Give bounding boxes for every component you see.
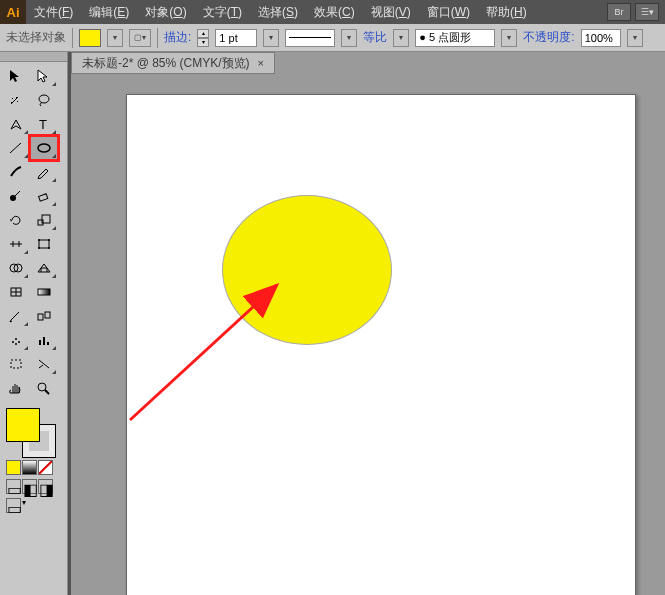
draw-behind[interactable]: ◧ (22, 479, 37, 494)
draw-normal[interactable]: ▭ (6, 479, 21, 494)
pen-tool[interactable] (2, 112, 30, 136)
menubar: Ai 文件(F)编辑(E)对象(O)文字(T)选择(S)效果(C)视图(V)窗口… (0, 0, 665, 24)
separator (157, 28, 158, 48)
app-logo: Ai (0, 0, 26, 24)
svg-rect-17 (38, 314, 43, 320)
stroke-label[interactable]: 描边: (164, 29, 191, 46)
document-tabs: 未标题-2* @ 85% (CMYK/预览) × (71, 52, 665, 74)
slice-tool[interactable] (30, 352, 58, 376)
screen-mode-dropdown[interactable]: ▾ (22, 498, 37, 513)
proportion-dropdown[interactable]: ▾ (393, 29, 409, 47)
color-mode-color[interactable] (6, 460, 21, 475)
brush-preset[interactable]: ● 5 点圆形 (415, 29, 495, 47)
fill-swatch[interactable] (79, 29, 101, 47)
brush-dropdown[interactable]: ▾ (501, 29, 517, 47)
svg-point-12 (48, 247, 50, 249)
ellipse-tool[interactable] (30, 136, 58, 160)
menu-f[interactable]: 文件(F) (26, 4, 81, 21)
stroke-value-input[interactable] (215, 29, 257, 47)
stroke-style-dropdown[interactable]: ▾ (341, 29, 357, 47)
zoom-tool[interactable] (30, 376, 58, 400)
shape-builder-tool[interactable] (2, 256, 30, 280)
document-area: 未标题-2* @ 85% (CMYK/预览) × (71, 52, 665, 595)
document-tab-title: 未标题-2* @ 85% (CMYK/预览) (82, 55, 250, 72)
menu-w[interactable]: 窗口(W) (419, 4, 478, 21)
selection-status: 未选择对象 (6, 29, 66, 46)
pencil-tool[interactable] (30, 160, 58, 184)
eyedropper-tool[interactable] (2, 304, 30, 328)
type-tool[interactable]: T (30, 112, 58, 136)
menu-o[interactable]: 对象(O) (137, 4, 194, 21)
menu-s[interactable]: 选择(S) (250, 4, 306, 21)
menu-items: 文件(F)编辑(E)对象(O)文字(T)选择(S)效果(C)视图(V)窗口(W)… (26, 4, 607, 21)
menu-h[interactable]: 帮助(H) (478, 4, 535, 21)
stroke-value-dropdown[interactable]: ▾ (263, 29, 279, 47)
perspective-grid-tool[interactable] (30, 256, 58, 280)
blend-tool[interactable] (30, 304, 58, 328)
menu-e[interactable]: 编辑(E) (81, 4, 137, 21)
svg-point-27 (38, 383, 46, 391)
symbol-sprayer-tool[interactable] (2, 328, 30, 352)
artboard-tool[interactable] (2, 352, 30, 376)
eraser-tool[interactable] (30, 184, 58, 208)
canvas[interactable] (71, 74, 665, 595)
lasso-tool[interactable] (30, 88, 58, 112)
fill-stroke-indicator[interactable] (6, 408, 56, 458)
screen-mode-row: ▭ ▾ (0, 496, 67, 515)
opacity-input[interactable] (581, 29, 621, 47)
color-mode-row (0, 458, 67, 477)
menu-right-0[interactable]: Br (607, 3, 631, 21)
fill-color-swatch[interactable] (6, 408, 40, 442)
color-mode-none[interactable] (38, 460, 53, 475)
proportion-label[interactable]: 等比 (363, 29, 387, 46)
column-graph-tool[interactable] (30, 328, 58, 352)
svg-line-2 (10, 143, 21, 153)
svg-rect-25 (47, 342, 49, 345)
svg-rect-18 (45, 312, 50, 318)
screen-mode-button[interactable]: ▭ (6, 498, 21, 513)
menu-right: Br☰▾ (607, 3, 659, 21)
stroke-type-dropdown[interactable]: ▢▾ (129, 29, 151, 47)
svg-rect-16 (38, 289, 50, 295)
svg-point-9 (38, 239, 40, 241)
document-tab[interactable]: 未标题-2* @ 85% (CMYK/预览) × (71, 52, 275, 74)
draw-inside[interactable]: ◨ (38, 479, 53, 494)
free-transform-tool[interactable] (30, 232, 58, 256)
width-tool[interactable] (2, 232, 30, 256)
svg-point-22 (15, 343, 17, 345)
stroke-spinner[interactable]: ▴▾ (197, 29, 209, 47)
toolbox-panel: T ▭ ◧ ◨ ▭ ▾ (0, 52, 68, 595)
toolbox-grabber[interactable] (0, 52, 67, 62)
stroke-style-preview[interactable] (285, 29, 335, 47)
paintbrush-tool[interactable] (2, 160, 30, 184)
hand-tool[interactable] (2, 376, 30, 400)
ellipse-object[interactable] (222, 195, 392, 345)
opacity-dropdown[interactable]: ▾ (627, 29, 643, 47)
svg-line-29 (39, 461, 52, 474)
svg-point-10 (48, 239, 50, 241)
scale-tool[interactable] (30, 208, 58, 232)
mesh-tool[interactable] (2, 280, 30, 304)
selection-tool[interactable] (2, 64, 30, 88)
rotate-tool[interactable] (2, 208, 30, 232)
color-mode-gradient[interactable] (22, 460, 37, 475)
svg-rect-5 (39, 194, 48, 201)
magic-wand-tool[interactable] (2, 88, 30, 112)
menu-v[interactable]: 视图(V) (363, 4, 419, 21)
svg-point-19 (12, 341, 14, 343)
direct-selection-tool[interactable] (30, 64, 58, 88)
svg-point-0 (39, 95, 49, 103)
line-segment-tool[interactable] (2, 136, 30, 160)
close-tab-icon[interactable]: × (258, 57, 264, 69)
blob-brush-tool[interactable] (2, 184, 30, 208)
menu-t[interactable]: 文字(T) (195, 4, 250, 21)
menu-right-1[interactable]: ☰▾ (635, 3, 659, 21)
svg-text:T: T (39, 117, 47, 131)
opacity-label[interactable]: 不透明度: (523, 29, 574, 46)
artboard (126, 94, 636, 595)
menu-c[interactable]: 效果(C) (306, 4, 363, 21)
gradient-tool[interactable] (30, 280, 58, 304)
svg-rect-26 (11, 360, 21, 368)
svg-point-21 (18, 341, 20, 343)
fill-dropdown[interactable]: ▾ (107, 29, 123, 47)
